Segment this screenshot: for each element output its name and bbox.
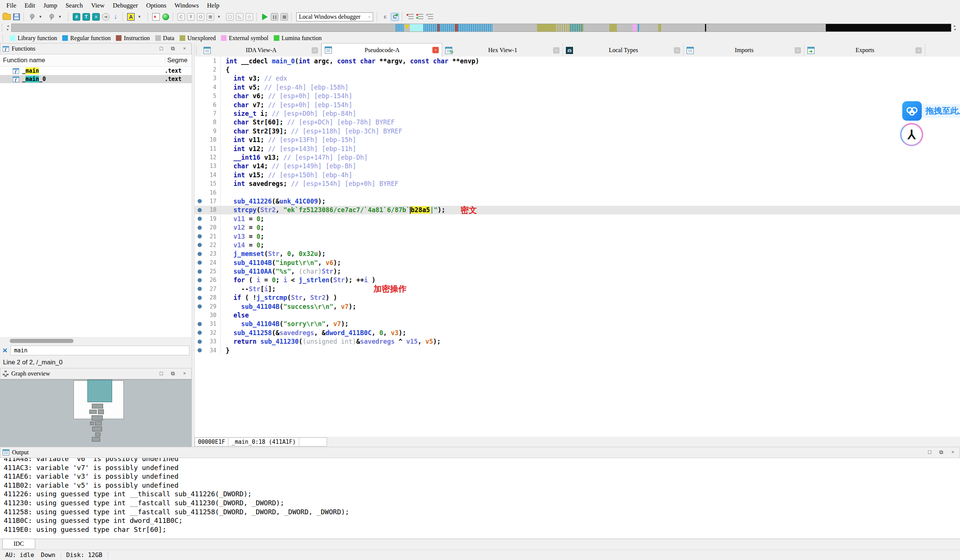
code-line[interactable]: 20 v12 = 0;	[195, 223, 960, 231]
menu-item-windows[interactable]: Windows	[171, 1, 203, 10]
stop-debugger-icon[interactable]	[280, 12, 289, 21]
thread-list-icon[interactable]	[425, 12, 434, 21]
tab-close-icon[interactable]: ×	[915, 47, 922, 54]
menu-item-view[interactable]: View	[87, 1, 109, 10]
menu-item-jump[interactable]: Jump	[39, 1, 61, 10]
clear-filter-icon[interactable]: ✕	[2, 347, 8, 354]
code-line[interactable]: 17 sub_411226(&unk_41C009);	[195, 197, 960, 206]
code-gutter[interactable]: 18	[195, 206, 220, 214]
process-state-icon[interactable]	[161, 12, 170, 21]
menu-item-help[interactable]: Help	[203, 1, 224, 10]
maximize-icon[interactable]: □	[925, 449, 934, 456]
function-row[interactable]: f_main_0.text	[0, 75, 192, 83]
code-line[interactable]: 9 char Str2[39]; // [esp+118h] [ebp-3Ch]…	[195, 127, 960, 135]
code-line[interactable]: 15 int savedregs; // [esp+154h] [ebp+0h]…	[195, 179, 960, 188]
pause-debugger-icon[interactable]	[270, 12, 279, 21]
start-debugger-icon[interactable]	[260, 12, 269, 21]
functions-list-header[interactable]: Function name Segme	[0, 54, 192, 67]
code-line[interactable]: 3 int v3; // edx	[195, 74, 960, 83]
code-gutter[interactable]: 11	[195, 144, 220, 153]
tab-close-icon[interactable]: ×	[553, 47, 560, 54]
polygon-tool-icon[interactable]: ◺	[235, 12, 244, 21]
breakpoint-dot[interactable]	[198, 340, 202, 344]
code-line[interactable]: 1int __cdecl main_0(int argc, const char…	[195, 57, 960, 65]
code-gutter[interactable]: 30	[195, 311, 220, 319]
continue-process-icon[interactable]: C	[390, 12, 399, 21]
breakpoint-dot[interactable]	[198, 252, 202, 256]
breakpoint-dot[interactable]	[198, 199, 202, 203]
code-gutter[interactable]: 26	[195, 276, 220, 284]
code-line[interactable]: 27 --Str[i];加密操作	[195, 284, 960, 293]
column-segment[interactable]: Segme	[165, 57, 192, 64]
band-arrow[interactable]: ▸	[7, 28, 9, 31]
breakpoint-dot[interactable]	[198, 287, 202, 291]
code-line[interactable]: 31 sub_41104B("sorry\r\n", v7);	[195, 320, 960, 329]
code-gutter[interactable]: 16	[195, 188, 220, 197]
code-line[interactable]: 7 size_t i; // [esp+D0h] [ebp-84h]	[195, 109, 960, 118]
tab-exports[interactable]: ➜Exports×	[804, 44, 925, 57]
code-gutter[interactable]: 15	[195, 179, 220, 188]
breakpoint-dot[interactable]	[198, 217, 202, 221]
menu-item-file[interactable]: File	[2, 1, 20, 10]
tab-close-icon[interactable]: ×	[312, 47, 318, 54]
code-gutter[interactable]: 29	[195, 302, 220, 311]
bookmark-next-icon[interactable]	[47, 12, 56, 21]
code-gutter[interactable]: 12	[195, 153, 220, 161]
segments-icon[interactable]: ➜	[101, 12, 110, 21]
breakpoint-dot[interactable]	[198, 304, 202, 308]
tab-close-icon[interactable]: ×	[795, 47, 801, 54]
code-gutter[interactable]: 1	[195, 57, 220, 65]
code-line[interactable]: 16	[195, 188, 960, 197]
text-search-caret-icon[interactable]: ▾	[136, 12, 145, 21]
code-line[interactable]: 2{	[195, 65, 960, 74]
code-line[interactable]: 28 if ( !j_strcmp(Str, Str2) )	[195, 294, 960, 302]
close-icon[interactable]: ×	[948, 449, 957, 456]
code-gutter[interactable]: 13	[195, 162, 220, 171]
diamond-tool-icon[interactable]: ◇	[245, 12, 254, 21]
idc-tab[interactable]: IDC	[2, 539, 35, 549]
breakpoint-dot[interactable]	[198, 208, 202, 212]
code-line[interactable]: 8 char Str[60]; // [esp+DCh] [ebp-78h] B…	[195, 118, 960, 127]
code-line[interactable]: 5 char v6; // [esp+0h] [ebp-154h]	[195, 92, 960, 101]
breakpoint-dot[interactable]	[198, 296, 202, 300]
tab-ida-view-a[interactable]: IDA View-A×	[201, 44, 322, 57]
code-gutter[interactable]: 32	[195, 329, 220, 337]
float-icon[interactable]: ⧉	[937, 449, 946, 456]
breakpoint-list-icon[interactable]	[416, 12, 424, 21]
maximize-icon[interactable]: □	[157, 45, 166, 53]
code-line[interactable]: 10 int v11; // [esp+13Fh] [ebp-15h]	[195, 136, 960, 144]
menu-item-debugger[interactable]: Debugger	[109, 1, 142, 10]
code-line[interactable]: 33 return sub_411230((unsigned int)&save…	[195, 337, 960, 346]
code-gutter[interactable]: 17	[195, 197, 220, 206]
text-search-icon[interactable]: A	[126, 12, 135, 21]
code-gutter[interactable]: 2	[195, 65, 220, 74]
code-gutter[interactable]: 10	[195, 136, 220, 144]
code-line[interactable]: 18 strcpy(Str2, "ek`fz5123086/ce7ac7/`4a…	[195, 206, 960, 214]
band-arrow[interactable]: ◂	[954, 28, 956, 31]
code-line[interactable]: 4 int v5; // [esp-4h] [ebp-158h]	[195, 83, 960, 91]
tab-pseudocode-a[interactable]: Pseudocode-A×	[322, 43, 442, 57]
enums-icon[interactable]: ≡	[91, 12, 101, 21]
float-icon[interactable]: ⧉	[168, 45, 178, 53]
code-line[interactable]: 23 j_memset(Str, 0, 0x32u);	[195, 250, 960, 258]
types-icon[interactable]: T	[82, 12, 91, 21]
breakpoint-dot[interactable]	[198, 234, 202, 238]
code-line[interactable]: 34}	[195, 346, 960, 354]
code-line[interactable]: 14 int v15; // [esp+150h] [ebp-4h]	[195, 171, 960, 179]
breakpoint-dot[interactable]	[198, 322, 202, 326]
pseudocode-view[interactable]: 1int __cdecl main_0(int argc, const char…	[195, 57, 960, 437]
close-icon[interactable]: ×	[180, 45, 189, 53]
menu-item-options[interactable]: Options	[142, 1, 171, 10]
code-gutter[interactable]: 22	[195, 241, 220, 249]
breakpoint-dot[interactable]	[198, 270, 202, 274]
close-icon[interactable]: ×	[180, 370, 189, 377]
code-line[interactable]: 13 char v14; // [esp+149h] [ebp-Bh]	[195, 162, 960, 171]
breakpoints-window-icon[interactable]: ▲	[152, 12, 160, 21]
code-gutter[interactable]: 31	[195, 320, 220, 329]
step-into-icon[interactable]: C	[177, 12, 186, 21]
drag-handle[interactable]	[196, 46, 199, 54]
code-line[interactable]: 32 sub_411258(&savedregs, &dword_411B0C,…	[195, 329, 960, 337]
drag-handle[interactable]	[2, 24, 5, 32]
drag-upload-pill[interactable]: 拖拽至此上	[917, 104, 960, 118]
code-gutter[interactable]: 23	[195, 250, 220, 258]
